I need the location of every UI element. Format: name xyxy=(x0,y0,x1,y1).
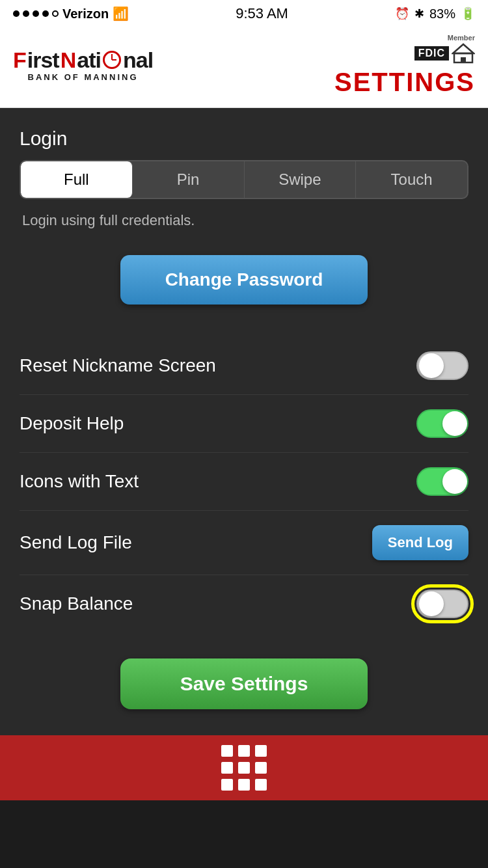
tab-bar xyxy=(0,735,488,800)
login-section-label: Login xyxy=(20,128,468,150)
logo-bottom: BANK OF MANNING xyxy=(13,72,153,82)
status-right: ⏰ ✱ 83% 🔋 xyxy=(395,7,475,21)
grid-dot-5 xyxy=(238,762,250,774)
reset-nickname-knob xyxy=(419,353,444,378)
deposit-help-knob xyxy=(442,411,467,436)
snap-balance-row: Snap Balance xyxy=(20,575,468,632)
send-log-file-label: Send Log File xyxy=(20,532,132,553)
wifi-icon: 📶 xyxy=(113,6,129,21)
icons-with-text-row: Icons with Text xyxy=(20,453,468,511)
bluetooth-icon: ✱ xyxy=(414,7,424,21)
page-title: SETTINGS xyxy=(334,68,475,97)
signal-dot-3 xyxy=(33,10,39,17)
grid-dot-7 xyxy=(221,779,233,791)
logo-ati: ati xyxy=(77,49,101,71)
grid-dot-8 xyxy=(238,779,250,791)
fdic-badge: Member FDIC xyxy=(414,34,475,65)
reset-nickname-toggle[interactable] xyxy=(416,351,468,380)
tab-touch[interactable]: Touch xyxy=(356,161,467,198)
logo-nal: nal xyxy=(123,49,153,71)
status-time: 9:53 AM xyxy=(236,5,288,22)
logo-first: F xyxy=(13,49,26,71)
header: FirstNatinal BANK OF MANNING Member FDIC xyxy=(0,27,488,108)
battery-percentage: 83% xyxy=(429,7,455,21)
settings-rows: Reset Nickname Screen Deposit Help Icons… xyxy=(20,337,468,632)
grid-dot-2 xyxy=(238,745,250,757)
header-right: Member FDIC SETTINGS xyxy=(334,34,475,97)
carrier-name: Verizon xyxy=(62,7,109,21)
snap-balance-toggle[interactable] xyxy=(416,590,468,618)
save-settings-button[interactable]: Save Settings xyxy=(120,658,368,709)
icons-with-text-toggle[interactable] xyxy=(416,467,468,496)
logo-area: FirstNatinal BANK OF MANNING xyxy=(13,49,153,82)
grid-dot-9 xyxy=(255,779,267,791)
grid-dot-1 xyxy=(221,745,233,757)
login-tabs: Full Pin Swipe Touch xyxy=(20,160,468,199)
signal-dot-1 xyxy=(13,10,20,17)
signal-dot-5 xyxy=(52,10,59,17)
tab-pin[interactable]: Pin xyxy=(133,161,245,198)
icons-with-text-label: Icons with Text xyxy=(20,471,139,492)
svg-rect-2 xyxy=(461,57,466,62)
change-password-button[interactable]: Change Password xyxy=(120,255,368,305)
grid-menu-icon[interactable] xyxy=(221,745,267,791)
main-content: Login Full Pin Swipe Touch Login using f… xyxy=(0,108,488,735)
signal-dot-4 xyxy=(42,10,49,17)
status-left: Verizon 📶 xyxy=(13,6,129,21)
fdic-box: FDIC xyxy=(414,46,449,61)
alarm-icon: ⏰ xyxy=(395,7,409,21)
logo-irst: irst xyxy=(27,49,59,71)
reset-nickname-row: Reset Nickname Screen xyxy=(20,337,468,395)
deposit-help-label: Deposit Help xyxy=(20,413,124,434)
deposit-help-row: Deposit Help xyxy=(20,395,468,453)
signal-dots xyxy=(13,10,59,17)
member-label: Member xyxy=(448,34,475,42)
grid-dot-4 xyxy=(221,762,233,774)
icons-with-text-knob xyxy=(442,469,467,494)
reset-nickname-label: Reset Nickname Screen xyxy=(20,355,216,376)
signal-dot-2 xyxy=(23,10,29,17)
grid-dot-6 xyxy=(255,762,267,774)
login-hint: Login using full credentials. xyxy=(20,212,468,229)
grid-dot-3 xyxy=(255,745,267,757)
snap-balance-label: Snap Balance xyxy=(20,593,133,614)
equal-housing-icon xyxy=(452,42,475,65)
battery-icon: 🔋 xyxy=(461,7,475,21)
clock-logo-icon xyxy=(103,51,121,69)
svg-marker-1 xyxy=(453,44,474,53)
tab-full[interactable]: Full xyxy=(21,161,133,198)
send-log-file-row: Send Log File Send Log xyxy=(20,511,468,575)
tab-swipe[interactable]: Swipe xyxy=(245,161,357,198)
status-bar: Verizon 📶 9:53 AM ⏰ ✱ 83% 🔋 xyxy=(0,0,488,27)
deposit-help-toggle[interactable] xyxy=(416,409,468,438)
snap-balance-knob xyxy=(419,591,444,616)
send-log-button[interactable]: Send Log xyxy=(372,525,468,560)
logo-top: FirstNatinal xyxy=(13,49,153,71)
logo-national-n: N xyxy=(61,49,76,71)
